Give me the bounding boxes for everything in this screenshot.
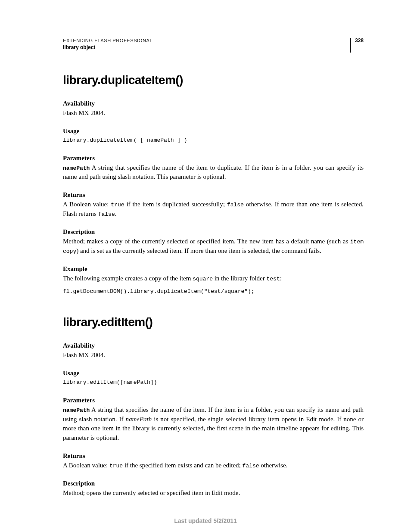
page-footer: Last updated 5/2/2011 (0, 517, 411, 524)
example-label: Example (63, 265, 364, 273)
usage-code: library.duplicateItem( [ namePath ] ) (63, 136, 364, 145)
returns-mid: if the specified item exists and can be … (123, 462, 242, 469)
param-name: namePath (63, 165, 90, 171)
ex-pre: The following example creates a copy of … (63, 275, 193, 282)
example-body: The following example creates a copy of … (63, 274, 364, 283)
usage-label: Usage (63, 370, 364, 377)
desc-pre: Method; makes a copy of the currently se… (63, 238, 350, 245)
returns-code: false (98, 211, 115, 218)
ex-code: test (267, 276, 280, 282)
desc-post: ) and is set as the currently selected i… (76, 247, 321, 254)
returns-code: false (227, 202, 244, 208)
param-name: namePath (63, 407, 90, 414)
usage-code: library.editItem([namePath]) (63, 378, 364, 387)
returns-body: A Boolean value: true if the specified i… (63, 461, 364, 470)
ex-end: : (280, 275, 282, 282)
returns-pre: A Boolean value: (63, 201, 111, 208)
availability-body: Flash MX 2004. (63, 351, 364, 360)
returns-post: otherwise. (259, 462, 288, 469)
page-header: EXTENDING FLASH PROFESSIONAL library obj… (63, 38, 364, 53)
usage-label: Usage (63, 128, 364, 135)
method-title-duplicateitem: library.duplicateItem() (63, 73, 364, 87)
returns-code: true (111, 202, 124, 208)
page-content: EXTENDING FLASH PROFESSIONAL library obj… (0, 0, 411, 498)
ex-mid: in the library folder (213, 275, 267, 282)
description-label: Description (63, 228, 364, 236)
returns-mid: if the item is duplicated successfully; (125, 201, 227, 208)
availability-body: Flash MX 2004. (63, 109, 364, 118)
param-text: A string that specifies the name of the … (63, 164, 364, 180)
returns-pre: A Boolean value: (63, 462, 109, 469)
parameters-label: Parameters (63, 155, 364, 162)
method-title-edititem: library.editItem() (63, 315, 364, 329)
example-code-block: fl.getDocumentDOM().library.duplicateIte… (63, 287, 364, 296)
description-label: Description (63, 480, 364, 487)
chapter-title: library object (63, 44, 153, 50)
description-body: Method; makes a copy of the currently se… (63, 237, 364, 256)
availability-label: Availability (63, 100, 364, 107)
returns-end: . (115, 210, 117, 217)
returns-label: Returns (63, 452, 364, 460)
returns-label: Returns (63, 191, 364, 199)
param-italic: namePath (125, 416, 152, 423)
returns-code: false (243, 463, 259, 469)
ex-code: square (193, 276, 213, 282)
description-body: Method; opens the currently selected or … (63, 488, 364, 498)
returns-code: true (109, 463, 123, 469)
parameters-body: namePath A string that specifies the nam… (63, 405, 364, 443)
parameters-body: namePath A string that specifies the nam… (63, 163, 364, 182)
page-number: 328 (350, 38, 364, 53)
availability-label: Availability (63, 342, 364, 349)
header-left: EXTENDING FLASH PROFESSIONAL library obj… (63, 38, 153, 50)
running-head: EXTENDING FLASH PROFESSIONAL (63, 38, 153, 43)
returns-body: A Boolean value: true if the item is dup… (63, 200, 364, 219)
parameters-label: Parameters (63, 397, 364, 404)
